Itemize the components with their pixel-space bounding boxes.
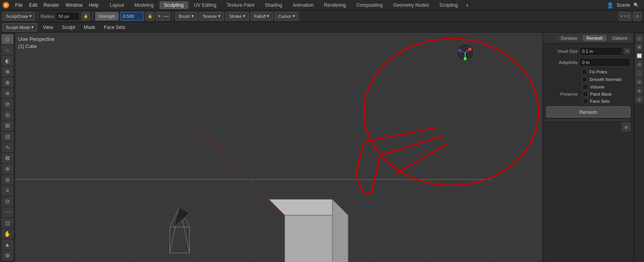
tool-nudge[interactable]: ≡ (2, 185, 13, 195)
tab-scripting[interactable]: Scripting (435, 1, 463, 9)
tool-smooth[interactable]: ○ (2, 45, 13, 55)
svg-text:B: B (4, 3, 7, 7)
view-menu[interactable]: View (40, 24, 56, 31)
properties-particles[interactable]: ⊛ (635, 87, 643, 94)
fix-poles-row: Fix Poles (546, 69, 631, 75)
radius-value[interactable]: 50 px (56, 12, 80, 21)
tab-shading[interactable]: Shading (260, 1, 287, 9)
add-workspace-button[interactable]: + (464, 1, 472, 9)
tab-layout[interactable]: Layout (105, 1, 129, 9)
menu-edit[interactable]: Edit (26, 2, 40, 9)
grid-display-icon[interactable]: ⊞ (622, 123, 631, 131)
blender-logo[interactable]: B (2, 1, 10, 10)
tab-modeling[interactable]: Modeling (130, 1, 159, 9)
tool-multiplane[interactable]: ⊞ (2, 121, 13, 131)
smooth-normals-checkbox[interactable] (582, 77, 587, 82)
xyz-toggle[interactable]: X Y Z (619, 12, 631, 21)
menu-render[interactable]: Render (40, 2, 62, 9)
tool-snake-hook[interactable]: ⊠ (2, 153, 13, 163)
properties-object[interactable]: ⬛ (635, 69, 643, 77)
tab-uv-editing[interactable]: UV Editing (189, 1, 221, 9)
strength-value[interactable]: 0.500 (120, 12, 144, 21)
tool-elastic[interactable]: ∿ (2, 142, 13, 152)
mask-menu[interactable]: Mask (80, 24, 98, 31)
tool-pinch[interactable]: ⊟ (2, 131, 13, 141)
strength-minus-btn[interactable]: — (163, 12, 170, 21)
mode-selector[interactable]: SculptDraw ▾ (2, 12, 35, 21)
toolbar: SculptDraw ▾ Radius 50 px 🔒 Strength 0.5… (0, 10, 644, 22)
preserve-label: Preserve (546, 92, 578, 96)
tab-animation[interactable]: Animation (288, 1, 318, 9)
properties-scene[interactable]: ⬜ (635, 52, 643, 60)
brush-dropdown-icon: ▾ (192, 13, 194, 19)
face-sets-checkbox[interactable] (583, 98, 588, 104)
tab-rendering[interactable]: Rendering (319, 1, 351, 9)
menu-file[interactable]: File (12, 2, 26, 9)
properties-view-layer[interactable]: ⊞ (635, 43, 643, 51)
menu-window[interactable]: Window (62, 2, 86, 9)
adaptivity-input[interactable]: 0 m (579, 58, 631, 67)
tab-texture-paint[interactable]: Texture Paint (222, 1, 259, 9)
separator-3 (172, 12, 173, 20)
paint-mask-label: Paint Mask (590, 92, 611, 96)
texture-label: Texture (203, 14, 217, 19)
tab-sculpting[interactable]: Sculpting (159, 1, 188, 9)
volume-checkbox[interactable] (583, 84, 588, 90)
voxel-size-input[interactable]: 0.1 m (579, 47, 623, 56)
strength-plus-btn[interactable]: + (156, 12, 163, 21)
search-icon[interactable]: 🔍 (633, 2, 639, 8)
proportional-icon[interactable]: ⊙ (633, 12, 642, 21)
user-icon[interactable]: 👤 (607, 2, 613, 8)
fix-poles-checkbox[interactable] (582, 69, 587, 75)
paint-mask-checkbox[interactable] (583, 91, 588, 97)
face-sets-menu[interactable]: Face Sets (101, 24, 128, 31)
tool-pose[interactable]: ⊜ (2, 175, 13, 185)
tab-compositing[interactable]: Compositing (351, 1, 387, 9)
tool-rotate[interactable]: ⊝ (2, 196, 13, 206)
adaptivity-label: Adaptivity (546, 60, 578, 65)
tool-scrape[interactable]: ◎ (2, 110, 13, 120)
tool-flatten[interactable]: ≋ (2, 88, 13, 98)
tool-blob[interactable]: ⊗ (2, 67, 13, 77)
mode-dropdown-icon: ▾ (29, 13, 32, 19)
texture-dropdown[interactable]: Texture ▾ (199, 12, 224, 21)
strength-lock-icon[interactable]: 🔒 (146, 12, 154, 21)
sculpt-menu[interactable]: Sculpt (59, 24, 78, 31)
tool-cloth[interactable]: ✋ (2, 229, 13, 239)
properties-panel: ◫ ⊞ ⬜ ⊟ ⬛ ⊠ ⊛ ⊝ (634, 33, 644, 262)
options-tab[interactable]: Options (608, 35, 631, 41)
adaptivity-row: Adaptivity 0 m (546, 58, 631, 67)
tool-draw[interactable]: ⊙ (2, 34, 13, 44)
falloff-dropdown[interactable]: Falloff ▾ (251, 12, 273, 21)
remesh-button[interactable]: Remesh (546, 106, 631, 118)
strength-button[interactable]: Strength (95, 12, 119, 21)
menu-help[interactable]: Help (86, 2, 102, 9)
perspective-gizmo[interactable] (456, 44, 474, 61)
tool-mask[interactable]: ⊚ (2, 250, 13, 260)
radius-lock-icon[interactable]: 🔒 (81, 12, 90, 21)
tool-thumb[interactable]: ⊛ (2, 164, 13, 174)
sculpt-mode-selector[interactable]: Sculpt Mode ▾ (2, 23, 37, 32)
tool-fill[interactable]: ⊘ (2, 99, 13, 109)
tool-boundary[interactable]: ⊡ (2, 218, 13, 228)
voxel-size-edit-icon[interactable]: ✎ (624, 48, 631, 54)
properties-active-tool[interactable]: ◫ (635, 34, 643, 42)
falloff-dropdown-icon: ▾ (267, 13, 269, 19)
volume-label: Volume (590, 85, 605, 89)
viewport-3d[interactable]: User Perspective (1) Cube (15, 33, 542, 262)
brush-dropdown[interactable]: Brush ▾ (175, 12, 197, 21)
tool-simplify[interactable]: ▲ (2, 239, 13, 249)
remesh-tab[interactable]: Remesh (583, 35, 607, 41)
tab-geometry-nodes[interactable]: Geometry Nodes (388, 1, 434, 9)
tool-crease[interactable]: ⊕ (2, 77, 13, 87)
stroke-dropdown[interactable]: Stroke ▾ (226, 12, 249, 21)
cursor-dropdown[interactable]: Cursor ▾ (274, 12, 298, 21)
properties-physics[interactable]: ⊝ (635, 95, 643, 103)
svg-point-22 (464, 57, 467, 60)
properties-modifiers[interactable]: ⊠ (635, 78, 643, 86)
properties-world[interactable]: ⊟ (635, 60, 643, 68)
tool-inflate[interactable]: ◐ (2, 56, 13, 66)
mode-label: SculptDraw (6, 14, 28, 19)
tool-slide-relax[interactable]: ⋯ (2, 207, 13, 217)
dyntopo-tab[interactable]: Dyntopo (557, 35, 581, 41)
